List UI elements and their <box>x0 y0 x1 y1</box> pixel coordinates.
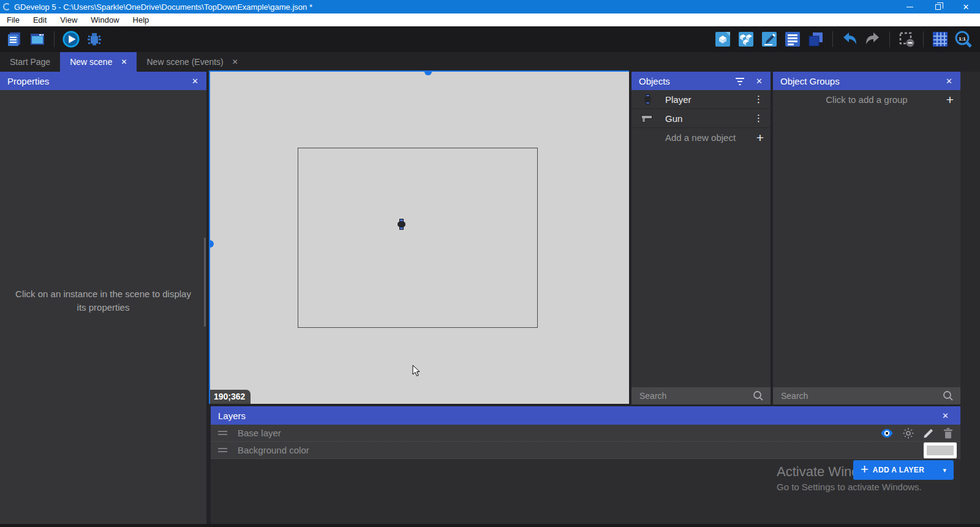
player-sprite-bottom <box>399 227 404 230</box>
background-color-swatch[interactable] <box>924 442 957 458</box>
objects-header: Objects ✕ <box>631 72 771 90</box>
toolbar-separator <box>923 31 924 47</box>
zoom-1-1-icon[interactable]: 1:1 <box>954 30 973 48</box>
scroll-indicator-left[interactable] <box>209 240 214 248</box>
properties-scrollbar[interactable] <box>204 238 206 327</box>
objects-search-bar <box>631 387 771 404</box>
properties-panel: Properties ✕ Click on an instance in the… <box>0 72 206 524</box>
instances-panel-icon[interactable] <box>783 30 802 48</box>
window-controls: ✕ <box>895 0 980 13</box>
gdevelop-logo-icon <box>3 3 10 10</box>
layer-row-base[interactable]: Base layer <box>211 425 960 442</box>
groups-search-bar <box>773 387 960 404</box>
restore-button[interactable] <box>924 0 952 13</box>
chevron-down-icon[interactable]: ▾ <box>943 466 946 474</box>
menu-window[interactable]: Window <box>84 13 126 26</box>
add-layer-button[interactable]: + ADD A LAYER ▾ <box>853 460 954 480</box>
close-button[interactable]: ✕ <box>952 0 980 13</box>
layer-name: Background color <box>238 445 309 455</box>
play-preview-icon[interactable] <box>62 30 80 48</box>
object-row-gun[interactable]: Gun ⋮ <box>631 109 771 128</box>
plus-icon[interactable]: + <box>946 93 954 106</box>
drag-handle-icon[interactable] <box>218 446 227 454</box>
gun-thumbnail-icon <box>639 115 655 123</box>
minimize-button[interactable] <box>895 0 924 13</box>
bottom-edge-strip <box>0 524 980 527</box>
tab-close-icon[interactable]: ✕ <box>121 58 127 66</box>
redo-icon[interactable] <box>864 30 882 48</box>
menubar: File Edit View Window Help <box>0 13 980 26</box>
edit-pencil-icon[interactable] <box>923 428 934 439</box>
properties-panel-icon[interactable] <box>760 30 778 48</box>
tab-label: New scene (Events) <box>146 57 223 67</box>
drag-handle-icon[interactable] <box>218 429 227 437</box>
object-groups-panel: Object Groups ✕ Click to add a group + <box>773 72 960 404</box>
undo-icon[interactable] <box>840 30 859 48</box>
debug-icon[interactable] <box>85 30 104 48</box>
grid-icon[interactable] <box>931 30 949 48</box>
tab-label: Start Page <box>10 57 50 67</box>
plus-icon[interactable]: + <box>756 131 764 144</box>
layer-name: Base layer <box>238 428 281 438</box>
add-group-label: Click to add a group <box>826 94 907 105</box>
toolbar-right-group: 1:1 <box>714 30 980 48</box>
layer-row-background-color[interactable]: Background color <box>211 442 960 459</box>
visibility-eye-icon[interactable] <box>880 428 894 438</box>
scroll-indicator-top[interactable] <box>424 70 432 75</box>
menu-file[interactable]: File <box>0 13 26 26</box>
object-row-player[interactable]: Player ⋮ <box>631 90 771 109</box>
game-window-bounds <box>298 148 538 328</box>
menu-edit[interactable]: Edit <box>26 13 53 26</box>
layers-panel-icon[interactable] <box>807 30 825 48</box>
project-manager-icon[interactable] <box>5 30 23 48</box>
tab-label: New scene <box>70 57 112 67</box>
tab-start-page[interactable]: Start Page <box>0 52 60 72</box>
toolbar-separator <box>889 31 890 47</box>
objects-panel-icon[interactable] <box>714 30 732 48</box>
editor-tabbar: Start Page New scene✕ New scene (Events)… <box>0 52 980 72</box>
menu-help[interactable]: Help <box>126 13 156 26</box>
object-groups-header: Object Groups ✕ <box>773 72 960 90</box>
close-icon[interactable]: ✕ <box>946 77 952 86</box>
color-swatch-value <box>927 445 954 455</box>
object-groups-panel-icon[interactable] <box>737 30 755 48</box>
trash-icon[interactable] <box>943 428 953 439</box>
window-title: GDevelop 5 - C:\Users\Sparkle\OneDrive\D… <box>14 2 312 12</box>
groups-search-input[interactable] <box>773 391 960 401</box>
tab-new-scene-events[interactable]: New scene (Events)✕ <box>137 52 247 72</box>
add-object-row[interactable]: Add a new object + <box>631 128 771 147</box>
tab-new-scene[interactable]: New scene✕ <box>60 52 137 72</box>
layers-title: Layers <box>218 411 246 421</box>
effects-icon[interactable] <box>903 428 914 439</box>
right-panel-gutter <box>960 72 980 524</box>
plus-icon: + <box>861 463 869 476</box>
kebab-menu-icon[interactable]: ⋮ <box>754 113 763 124</box>
kebab-menu-icon[interactable]: ⋮ <box>754 94 763 105</box>
minimize-icon <box>907 7 913 7</box>
add-layer-label: ADD A LAYER <box>873 466 924 474</box>
close-icon[interactable]: ✕ <box>756 77 763 86</box>
add-group-row[interactable]: Click to add a group + <box>773 90 960 109</box>
player-instance[interactable] <box>398 219 405 230</box>
search-icon <box>753 390 764 401</box>
layers-header: Layers ✕ <box>211 406 960 425</box>
close-icon[interactable]: ✕ <box>942 411 949 420</box>
close-icon[interactable]: ✕ <box>192 77 198 86</box>
toolbar-separator <box>832 31 833 47</box>
objects-search-input[interactable] <box>631 391 771 401</box>
filter-icon[interactable] <box>735 77 745 86</box>
tab-close-icon[interactable]: ✕ <box>232 58 238 66</box>
open-window-icon[interactable] <box>28 30 47 48</box>
svg-text:1:1: 1:1 <box>959 36 966 42</box>
object-groups-title: Object Groups <box>780 76 840 86</box>
cursor-coordinates-badge: 190;362 <box>210 390 251 404</box>
menu-view[interactable]: View <box>53 13 84 26</box>
deselect-icon[interactable] <box>897 30 916 48</box>
mouse-cursor <box>412 365 421 377</box>
properties-title: Properties <box>7 76 49 86</box>
properties-header: Properties ✕ <box>0 72 206 90</box>
scene-canvas[interactable]: 190;362 <box>209 70 629 404</box>
toolbar-separator <box>54 31 55 47</box>
player-thumbnail-icon <box>639 94 655 105</box>
watermark-subtitle: Go to Settings to activate Windows. <box>777 482 922 492</box>
